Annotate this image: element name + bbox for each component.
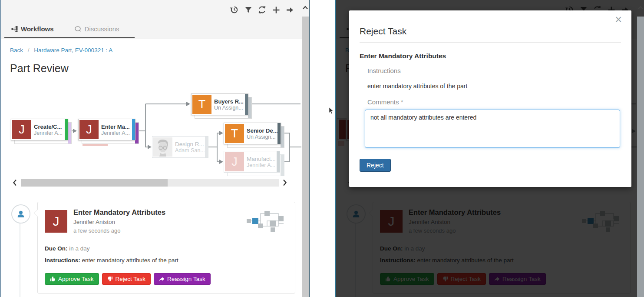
node-status-bar — [205, 137, 208, 157]
task-title: Enter Mandatory Attributes — [73, 208, 165, 217]
tab-discussions[interactable]: Discussions — [75, 25, 119, 33]
modal-reject-button[interactable]: Reject — [360, 159, 391, 172]
task-timestamp: a few seconds ago — [73, 227, 120, 234]
node-status-bar — [68, 123, 71, 143]
task-type-icon: J — [12, 120, 31, 139]
node-status-bar — [65, 119, 68, 140]
due-label: Due On: — [45, 245, 68, 252]
node-assignee: Adam San... — [175, 147, 205, 154]
due-row: Due On: in a day — [45, 245, 90, 252]
reassign-task-button[interactable]: Reassign Task — [154, 273, 211, 285]
add-icon[interactable] — [272, 6, 280, 14]
vertical-scrollbar[interactable] — [637, 0, 644, 297]
task-assignee: Jennifer Aniston — [73, 219, 115, 225]
node-assignee: Jennifer A... — [247, 162, 276, 168]
page-title: Part Review — [10, 62, 69, 75]
task-initial-icon: J — [45, 210, 67, 233]
diagram-toolbar — [230, 6, 294, 14]
vertical-scrollbar-thumb[interactable] — [637, 17, 644, 297]
scroll-up-icon[interactable] — [302, 5, 308, 10]
workflow-node-enter[interactable]: J Enter Ma... Jennifer A... — [78, 119, 135, 140]
refresh-icon[interactable] — [258, 6, 266, 14]
workflow-node-create[interactable]: J Create/C... Jennifer A... — [11, 119, 68, 140]
tab-workflows-label: Workflows — [21, 25, 54, 33]
breadcrumb-back-link[interactable]: Back — [10, 47, 23, 53]
node-status-bar — [281, 127, 284, 147]
node-status-bar — [245, 94, 248, 115]
history-icon[interactable] — [230, 6, 238, 14]
comments-textarea[interactable]: not all mandatory attributes are entered — [365, 110, 620, 148]
node-title: Create/C... — [34, 123, 63, 130]
thumbs-down-icon — [107, 276, 113, 282]
task-type-icon: J — [225, 152, 244, 171]
due-value: in a day — [69, 245, 89, 252]
reject-task-modal: Reject Task × Enter Mandatory Attributes… — [349, 10, 631, 187]
reassign-task-label: Reassign Task — [167, 276, 205, 282]
timeline-line — [20, 223, 20, 297]
screenshot-stage: Workflows Discussions Back / Hardware Pa… — [0, 0, 644, 297]
task-type-icon: T — [225, 124, 244, 143]
scroll-up-icon[interactable] — [637, 5, 644, 10]
horizontal-scrollbar-thumb[interactable] — [21, 179, 168, 187]
scroll-right-icon[interactable] — [282, 179, 287, 187]
node-title: Enter Ma... — [101, 123, 130, 130]
share-arrow-icon — [159, 277, 165, 282]
workflows-icon — [11, 26, 18, 32]
node-status-bar — [277, 151, 280, 172]
node-title: Design R... — [175, 141, 205, 147]
modal-title: Reject Task — [360, 26, 406, 37]
node-assignee: Jennifer A... — [101, 130, 130, 136]
modal-task-title: Enter Mandatory Attributes — [360, 52, 446, 60]
workflow-screen: Workflows Discussions Back / Hardware Pa… — [0, 0, 310, 297]
mouse-cursor — [329, 107, 334, 114]
workflow-node-senior[interactable]: T Senior De... Un Assign... — [224, 123, 281, 144]
modal-instructions-text: enter mandatory attributes of the part — [367, 83, 467, 90]
reject-task-label: Reject Task — [116, 276, 146, 282]
approve-task-label: Approve Task — [58, 276, 94, 282]
modal-instructions-label: Instructions — [367, 67, 401, 74]
node-title: Manufact... — [247, 156, 276, 162]
node-status-bar — [248, 97, 251, 118]
node-title: Buyers R... — [214, 98, 244, 105]
task-card: J Enter Mandatory Attributes Jennifer An… — [37, 202, 295, 294]
node-assignee: Un Assign... — [214, 105, 244, 111]
instructions-label: Instructions: — [45, 257, 80, 264]
breadcrumb-separator: / — [28, 47, 30, 53]
timeline-user-avatar — [11, 204, 30, 224]
node-status-bar — [132, 119, 135, 140]
workflow-screen-dimmed: Workflows Discussions Back / Hardware Pa… — [335, 0, 644, 297]
active-tab-underline — [4, 37, 135, 38]
node-title: Senior De... — [247, 127, 278, 134]
workflow-node-manufacturing[interactable]: J Manufact... Jennifer A... — [224, 151, 280, 173]
node-assignee: Un Assign... — [247, 134, 278, 140]
breadcrumb: Back / Hardware Part, EV-000321 : A — [10, 47, 112, 53]
discussions-icon — [75, 26, 82, 32]
approve-task-button[interactable]: Approve Task — [45, 273, 99, 285]
node-status-bar — [281, 155, 284, 176]
reject-task-button[interactable]: Reject Task — [102, 273, 151, 285]
filter-icon[interactable] — [244, 6, 252, 14]
breadcrumb-current-link[interactable]: Hardware Part, EV-000321 : A — [34, 47, 112, 53]
close-icon[interactable]: × — [615, 14, 622, 26]
tab-discussions-label: Discussions — [85, 25, 119, 33]
task-type-icon: J — [79, 120, 99, 139]
scroll-left-icon[interactable] — [12, 179, 17, 187]
instructions-value: enter mandatory attributes of the part — [82, 257, 178, 264]
thumbs-up-icon — [50, 276, 56, 282]
horizontal-scrollbar[interactable] — [21, 179, 279, 187]
instructions-row: Instructions: enter mandatory attributes… — [45, 257, 178, 264]
workflow-node-design[interactable]: Design R... Adam San... — [152, 136, 208, 158]
tab-workflows[interactable]: Workflows — [11, 25, 54, 33]
task-actions: Approve Task Reject Task — [45, 273, 211, 285]
task-type-icon: T — [192, 95, 211, 114]
modal-divider — [360, 42, 621, 43]
modal-comments-label: Comments * — [367, 98, 403, 106]
workflow-mini-map-icon[interactable] — [246, 209, 284, 232]
assignee-photo — [153, 137, 172, 157]
forward-arrow-icon[interactable] — [286, 6, 294, 14]
tab-bar: Workflows Discussions — [11, 25, 119, 33]
node-assignee: Jennifer A... — [34, 130, 63, 136]
node-status-bar — [135, 123, 139, 143]
node-status-bar — [277, 123, 281, 144]
workflow-node-buyers[interactable]: T Buyers R... Un Assign... — [191, 93, 248, 115]
